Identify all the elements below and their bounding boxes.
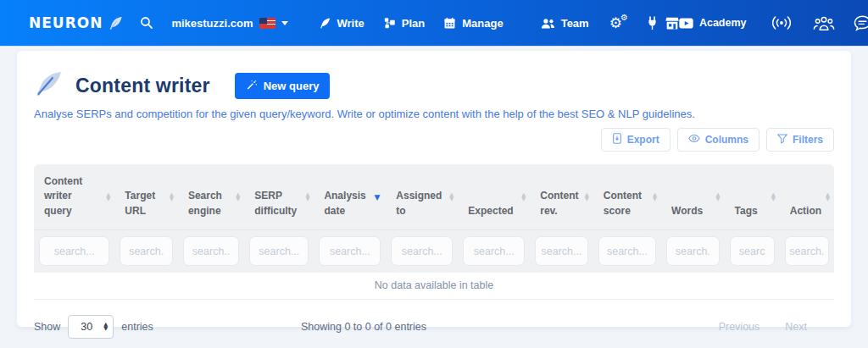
content-writer-panel: Content writer New query Analyse SERPs a… (17, 51, 851, 327)
table-header-row: Content writer query ▲▼ Target URL ▲▼ Se… (34, 164, 834, 229)
search-input-expected[interactable] (463, 236, 525, 266)
columns-label: Columns (705, 134, 748, 146)
us-flag-icon (259, 18, 275, 29)
empty-table-message: No data available in table (34, 273, 834, 300)
nav-item-manage[interactable]: Manage (443, 17, 503, 30)
column-header-assigned-to[interactable]: Assigned to ▲▼ (386, 164, 458, 229)
previous-page-link[interactable]: Previous (719, 321, 760, 333)
search-input-content-score[interactable] (598, 236, 656, 266)
page-title: Content writer (75, 75, 210, 97)
search-input-analysis-date[interactable] (319, 236, 381, 266)
quill-icon (34, 71, 64, 100)
sort-icon: ▲▼ (305, 193, 309, 202)
table-filter-row (34, 229, 834, 273)
column-header-target-url[interactable]: Target URL ▲▼ (114, 164, 178, 229)
broadcast-icon[interactable] (771, 15, 793, 30)
nav-item-label: Write (337, 17, 364, 30)
chevron-down-icon (281, 21, 288, 25)
column-header-expected[interactable]: Expected ▲▼ (458, 164, 530, 229)
title-row: Content writer New query (34, 71, 834, 100)
pagination: Previous Next (719, 321, 834, 333)
sort-icon: ▲▼ (653, 193, 657, 202)
export-file-icon (612, 133, 622, 146)
project-selector[interactable]: mikestuzzi.com (171, 17, 287, 30)
column-header-content-writer-query[interactable]: Content writer query ▲▼ (34, 164, 114, 229)
entries-per-page-select[interactable]: 30 ▲▼ (68, 315, 114, 339)
academy-play-icon (679, 18, 693, 29)
sort-desc-icon: ▼ (374, 193, 380, 202)
nav-item-academy[interactable]: Academy (679, 17, 747, 29)
sort-icon: ▲▼ (771, 193, 776, 202)
sort-icon: ▲▼ (521, 193, 526, 202)
funnel-icon (777, 134, 787, 146)
nav-item-label: Manage (462, 17, 503, 30)
plug-icon[interactable] (646, 16, 659, 30)
filters-button[interactable]: Filters (766, 128, 834, 152)
search-input-tags[interactable] (730, 236, 775, 266)
entries-label: entries (121, 321, 153, 333)
sort-icon: ▲▼ (170, 193, 174, 202)
nav-item-label: Plan (402, 17, 425, 30)
team-icon (541, 17, 555, 30)
nav-item-plan[interactable]: Plan (383, 17, 425, 30)
columns-button[interactable]: Columns (677, 128, 760, 152)
export-button[interactable]: Export (601, 128, 670, 152)
search-input-words[interactable] (666, 236, 720, 266)
new-query-button[interactable]: New query (235, 73, 331, 99)
nav-item-label: Academy (699, 17, 747, 29)
column-header-tags[interactable]: Tags ▲▼ (725, 164, 780, 229)
top-navbar: NEURON mikestuzzi.com Write Plan Manage (0, 0, 868, 47)
table-toolbar: Export Columns Filters (34, 128, 834, 152)
sort-icon: ▲▼ (106, 193, 110, 202)
next-page-link[interactable]: Next (785, 321, 807, 333)
magic-wand-icon (246, 79, 258, 93)
new-query-label: New query (264, 80, 320, 92)
column-header-analysis-date[interactable]: Analysis date ▼ (314, 164, 386, 229)
settings-gears-icon[interactable]: ⚙︎ ⚙︎ (609, 16, 622, 30)
column-header-action[interactable]: Action ▲▼ (780, 164, 834, 229)
search-input-serp-difficulty[interactable] (249, 236, 309, 266)
sort-icon: ▲▼ (826, 193, 830, 202)
stepper-icon: ▲▼ (103, 323, 108, 331)
search-input-assigned-to[interactable] (391, 236, 453, 266)
brand-logo[interactable]: NEURON (29, 14, 124, 31)
table-footer: Show 30 ▲▼ entries Showing 0 to 0 of 0 e… (34, 312, 834, 342)
feather-icon (319, 17, 331, 30)
search-input-target-url[interactable] (120, 236, 173, 266)
sort-icon: ▲▼ (449, 193, 453, 202)
sort-icon: ▲▼ (236, 193, 240, 202)
nav-item-write[interactable]: Write (319, 17, 364, 30)
sort-icon: ▲▼ (585, 193, 589, 202)
filters-label: Filters (793, 134, 823, 146)
page-description: Analyse SERPs and competition for the gi… (34, 108, 834, 120)
community-icon[interactable] (813, 15, 835, 31)
nav-item-team[interactable]: Team (541, 17, 589, 30)
chat-icon[interactable] (854, 15, 868, 31)
search-input-search-engine[interactable] (183, 236, 239, 266)
search-input-content-rev[interactable] (535, 236, 588, 266)
table-info-text: Showing 0 to 0 of 0 entries (301, 321, 426, 333)
column-header-search-engine[interactable]: Search engine ▲▼ (178, 164, 244, 229)
column-header-words[interactable]: Words ▲▼ (661, 164, 725, 229)
entries-per-page-value: 30 (81, 321, 92, 333)
sort-icon: ▲▼ (716, 193, 721, 202)
column-header-content-score[interactable]: Content score ▲▼ (593, 164, 661, 229)
sitemap-icon (383, 17, 396, 30)
brand-feather-icon (108, 15, 124, 31)
eye-icon (688, 134, 700, 146)
queries-table: Content writer query ▲▼ Target URL ▲▼ Se… (34, 164, 834, 300)
store-icon[interactable] (665, 17, 679, 30)
show-label: Show (34, 321, 60, 333)
export-label: Export (627, 134, 659, 146)
brand-name: NEURON (29, 14, 103, 31)
column-header-content-rev[interactable]: Content rev. ▲▼ (530, 164, 593, 229)
column-header-serp-difficulty[interactable]: SERP difficulty ▲▼ (244, 164, 314, 229)
calendar-icon (443, 17, 456, 30)
page-length-control: Show 30 ▲▼ entries (34, 315, 153, 339)
search-input-content-writer-query[interactable] (39, 236, 109, 266)
search-icon[interactable] (139, 15, 154, 30)
project-domain: mikestuzzi.com (171, 17, 253, 30)
search-input-action[interactable] (785, 236, 829, 266)
nav-item-label: Team (561, 17, 589, 30)
